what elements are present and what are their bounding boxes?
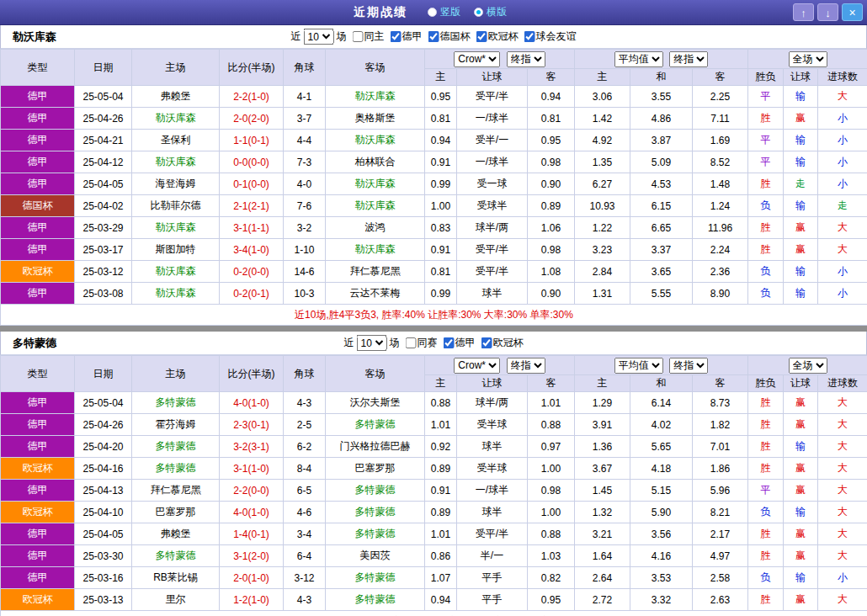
scope-select[interactable]: 全场 [789, 358, 827, 374]
filter-option[interactable]: 欧冠杯 [477, 336, 524, 350]
recent-count-select[interactable]: 10 [304, 29, 334, 45]
filter-checkbox-label: 德甲 [455, 336, 476, 350]
col-odds-home: 主 [425, 375, 457, 392]
scroll-down-button[interactable]: ↓ [817, 3, 838, 21]
filter-option[interactable]: 球会友谊 [520, 29, 577, 44]
handicap-result-badge: 赢 [784, 545, 818, 567]
layout-radio-vertical[interactable]: 竖版 [428, 5, 460, 19]
filter-checkbox[interactable] [353, 31, 364, 42]
odds-handicap: 球半/两 [457, 217, 528, 239]
team-name: 勒沃库森 [13, 29, 56, 45]
corner-score: 7-3 [284, 151, 326, 173]
match-date: 25-04-21 [75, 130, 132, 151]
match-date: 25-04-02 [75, 195, 132, 217]
average-type-select[interactable]: 平均值 [614, 51, 663, 67]
odds-handicap: 平手 [457, 567, 528, 589]
match-row: 德甲25-03-16RB莱比锡2-0(1-0)3-12多特蒙德1.07平手0.8… [1, 567, 867, 589]
col-odds-home: 主 [425, 69, 457, 86]
avg-draw: 4.02 [630, 414, 693, 436]
col-type: 类型 [1, 50, 75, 86]
filter-option[interactable]: 德甲 [386, 29, 423, 44]
odds-home: 0.99 [425, 283, 457, 305]
avg-home: 2.84 [575, 261, 630, 283]
avg-draw: 4.53 [630, 173, 693, 195]
goals-result-badge: 大 [818, 86, 867, 108]
filter-checkbox[interactable] [476, 31, 487, 42]
home-team: 多特蒙德 [132, 458, 220, 480]
odds-company-select[interactable]: Crow* [454, 51, 500, 67]
filter-checkbox[interactable] [428, 31, 439, 42]
odds-company-select[interactable]: Crow* [454, 358, 500, 374]
odds-stage-select[interactable]: 终指 [507, 51, 545, 67]
col-handicap-result: 让球 [784, 69, 818, 86]
filter-checkbox[interactable] [391, 31, 402, 42]
odds-handicap: 一/球半 [457, 480, 528, 502]
average-type-select[interactable]: 平均值 [614, 358, 663, 374]
corner-score: 3-7 [284, 108, 326, 130]
score: 3-2(3-1) [220, 436, 284, 458]
odds-handicap: 受半球 [457, 458, 528, 480]
filter-option[interactable]: 欧冠杯 [472, 29, 519, 44]
avg-away: 2.17 [693, 523, 748, 545]
layout-radio-horizontal[interactable]: 横版 [474, 5, 507, 19]
filter-checkbox[interactable] [524, 31, 535, 42]
scroll-up-button[interactable]: ↑ [793, 3, 814, 21]
filter-option[interactable]: 德国杯 [424, 29, 471, 44]
filter-option[interactable]: 德甲 [439, 336, 476, 350]
odds-stage-select[interactable]: 终指 [507, 358, 545, 374]
col-result: 胜负 [748, 69, 784, 86]
avg-home: 3.67 [575, 458, 630, 480]
close-button[interactable]: × [842, 3, 863, 21]
home-team: 海登海姆 [132, 173, 220, 195]
avg-home: 6.27 [575, 173, 630, 195]
avg-away: 2.58 [693, 567, 748, 589]
goals-result-badge: 大 [818, 545, 867, 567]
col-handicap-result: 让球 [784, 375, 818, 392]
avg-draw: 3.32 [630, 589, 693, 611]
league-type-badge: 德甲 [1, 523, 75, 545]
score: 0-2(0-0) [220, 261, 284, 283]
corner-score: 1-10 [284, 239, 326, 261]
odds-handicap: 受半/一 [457, 130, 528, 151]
average-stage-select[interactable]: 终指 [669, 358, 708, 374]
home-team: 勒沃库森 [132, 217, 220, 239]
score: 1-1(0-1) [220, 130, 284, 151]
filter-checkbox[interactable] [444, 337, 455, 348]
result-badge: 胜 [748, 523, 784, 545]
avg-home: 1.42 [575, 108, 630, 130]
filter-option[interactable]: 同主 [348, 29, 385, 44]
home-team: 弗赖堡 [132, 86, 220, 108]
score: 0-2(0-1) [220, 283, 284, 305]
average-stage-select[interactable]: 终指 [669, 51, 708, 67]
odds-home: 0.99 [425, 173, 457, 195]
match-row: 德甲25-04-05海登海姆0-1(0-0)4-0勒沃库森0.99受一球0.90… [1, 173, 867, 195]
corner-score: 4-4 [284, 130, 326, 151]
filter-option[interactable]: 同赛 [402, 336, 438, 350]
score: 4-0(1-0) [220, 502, 284, 523]
radio-icon [428, 8, 437, 17]
avg-draw: 5.90 [630, 502, 693, 523]
filter-checkbox[interactable] [481, 337, 492, 348]
score: 3-1(1-1) [220, 217, 284, 239]
scope-select[interactable]: 全场 [789, 51, 827, 67]
filter-checkbox[interactable] [406, 337, 417, 348]
odds-away: 0.88 [528, 414, 575, 436]
filter-near-label: 近 [344, 336, 354, 350]
avg-home: 3.23 [575, 239, 630, 261]
avg-away: 2.24 [693, 239, 748, 261]
score: 2-1(2-1) [220, 195, 284, 217]
league-type-badge: 德国杯 [1, 195, 75, 217]
corner-score: 4-3 [284, 589, 326, 611]
avg-away: 5.96 [693, 480, 748, 502]
handicap-result-badge: 赢 [784, 414, 818, 436]
recent-count-select[interactable]: 10 [357, 335, 387, 351]
away-team: 勒沃库森 [326, 195, 425, 217]
match-date: 25-04-26 [75, 414, 132, 436]
match-row: 欧冠杯25-04-16多特蒙德3-1(1-0)8-4巴塞罗那0.89受半球1.0… [1, 458, 867, 480]
result-badge: 胜 [748, 458, 784, 480]
odds-home: 0.83 [425, 217, 457, 239]
away-team: 美因茨 [326, 545, 425, 567]
filter-bar: 近 10 场 同主德甲德国杯欧冠杯球会友谊 [291, 29, 577, 45]
away-team: 多特蒙德 [326, 567, 425, 589]
away-team: 云达不莱梅 [326, 283, 425, 305]
